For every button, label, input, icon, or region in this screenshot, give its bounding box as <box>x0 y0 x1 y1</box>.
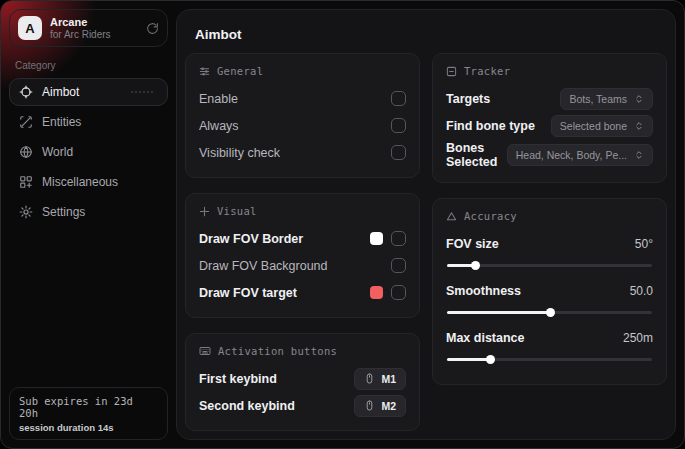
sidebar-item-label: World <box>42 145 73 159</box>
box-minus-icon <box>446 66 457 77</box>
refresh-icon[interactable] <box>146 22 159 35</box>
slider-thumb[interactable] <box>546 308 555 317</box>
slider-thumb[interactable] <box>486 355 495 364</box>
entities-scan-icon <box>19 115 33 129</box>
draw-fov-background-checkbox[interactable] <box>391 258 406 273</box>
sidebar: A Arcane for Arc Riders Category Aimbot <box>1 1 176 448</box>
setting-label: Smoothness <box>446 284 521 298</box>
draw-fov-target-checkbox[interactable] <box>391 285 406 300</box>
keybind-value: M1 <box>381 373 396 385</box>
color-swatch-red[interactable] <box>370 286 383 299</box>
dropdown-value: Selected bone <box>560 120 627 132</box>
card-title: Visual <box>217 205 257 217</box>
sidebar-item-world[interactable]: World <box>9 138 168 166</box>
second-keybind-button[interactable]: M2 <box>354 395 406 417</box>
bones-selected-dropdown[interactable]: Head, Neck, Body, Pe... <box>507 144 653 166</box>
setting-label: Always <box>199 119 239 133</box>
sidebar-item-aimbot[interactable]: Aimbot <box>9 78 168 106</box>
sparkle-icon <box>199 206 210 217</box>
setting-label: Targets <box>446 92 490 106</box>
setting-row-fov-size: FOV size 50° <box>446 232 653 270</box>
chevrons-up-down-icon <box>634 150 644 160</box>
card-title: General <box>217 65 263 77</box>
first-keybind-button[interactable]: M1 <box>354 368 406 390</box>
keybind-value: M2 <box>381 400 396 412</box>
dropdown-value: Head, Neck, Body, Pe... <box>516 149 627 161</box>
subscription-box: Sub expires in 23d 20h session duration … <box>9 387 168 440</box>
setting-label: Second keybind <box>199 399 295 413</box>
sidebar-item-label: Entities <box>42 115 81 129</box>
setting-row-find-bone-type: Find bone type Selected bone <box>446 114 653 137</box>
visibility-check-checkbox[interactable] <box>391 145 406 160</box>
grid-icon <box>19 175 33 189</box>
targets-dropdown[interactable]: Bots, Teams <box>560 88 653 110</box>
mouse-icon <box>364 400 375 411</box>
setting-row-first-keybind: First keybind M1 <box>199 367 406 390</box>
sub-expiry-text: Sub expires in 23d 20h <box>19 395 158 419</box>
sliders-icon <box>199 66 210 77</box>
card-accuracy: Accuracy FOV size 50° <box>432 198 667 385</box>
chevrons-up-down-icon <box>634 121 644 131</box>
app-title: Arcane <box>50 16 138 29</box>
slider-value: 50.0 <box>630 284 653 298</box>
app-subtitle: for Arc Riders <box>50 29 138 41</box>
enable-checkbox[interactable] <box>391 91 406 106</box>
setting-row-always: Always <box>199 114 406 137</box>
smoothness-slider[interactable] <box>447 307 652 317</box>
sidebar-item-label: Settings <box>42 205 85 219</box>
setting-label: Visibility check <box>199 146 280 160</box>
setting-label: First keybind <box>199 372 277 386</box>
setting-row-second-keybind: Second keybind M2 <box>199 394 406 417</box>
brand-card: A Arcane for Arc Riders <box>9 9 168 47</box>
main-panel: Aimbot General Enable Alw <box>176 9 676 440</box>
slider-value: 250m <box>623 331 653 345</box>
app-window: A Arcane for Arc Riders Category Aimbot <box>0 0 685 449</box>
find-bone-type-dropdown[interactable]: Selected bone <box>551 115 653 137</box>
gear-icon <box>19 205 33 219</box>
triangle-icon <box>446 211 457 222</box>
setting-label: Find bone type <box>446 119 535 133</box>
slider-value: 50° <box>635 237 653 251</box>
session-duration-text: session duration 14s <box>19 422 158 433</box>
card-tracker: Tracker Targets Bots, Teams Find bone ty… <box>432 53 667 183</box>
fov-size-slider[interactable] <box>447 260 652 270</box>
setting-row-smoothness: Smoothness 50.0 <box>446 279 653 317</box>
right-column: Tracker Targets Bots, Teams Find bone ty… <box>432 53 667 385</box>
card-general: General Enable Always Visibility check <box>185 53 420 178</box>
color-swatch-white[interactable] <box>370 232 383 245</box>
setting-label: Draw FOV Border <box>199 232 303 246</box>
keyboard-icon <box>199 345 211 357</box>
slider-thumb[interactable] <box>471 261 480 270</box>
setting-label: Draw FOV target <box>199 286 297 300</box>
sidebar-item-entities[interactable]: Entities <box>9 108 168 136</box>
sidebar-nav: Aimbot Entities World Miscellaneous <box>9 78 168 226</box>
category-label: Category <box>15 60 162 71</box>
app-logo: A <box>18 16 42 40</box>
card-title: Accuracy <box>464 210 517 222</box>
mouse-icon <box>364 373 375 384</box>
sidebar-item-label: Aimbot <box>42 85 79 99</box>
card-title: Tracker <box>464 65 510 77</box>
max-distance-slider[interactable] <box>447 354 652 364</box>
setting-row-draw-fov-target: Draw FOV target <box>199 281 406 304</box>
card-activation-buttons: Activation buttons First keybind M1 Seco… <box>185 333 420 431</box>
card-visual: Visual Draw FOV Border Draw FOV Backgrou… <box>185 193 420 318</box>
dropdown-value: Bots, Teams <box>569 93 627 105</box>
setting-row-visibility-check: Visibility check <box>199 141 406 164</box>
page-title: Aimbot <box>177 10 675 53</box>
globe-icon <box>19 145 33 159</box>
left-column: General Enable Always Visibility check <box>185 53 420 431</box>
setting-row-max-distance: Max distance 250m <box>446 326 653 364</box>
setting-row-targets: Targets Bots, Teams <box>446 87 653 110</box>
setting-row-enable: Enable <box>199 87 406 110</box>
setting-label: FOV size <box>446 237 499 251</box>
draw-fov-border-checkbox[interactable] <box>391 231 406 246</box>
sidebar-item-settings[interactable]: Settings <box>9 198 168 226</box>
always-checkbox[interactable] <box>391 118 406 133</box>
chevrons-up-down-icon <box>634 94 644 104</box>
setting-row-draw-fov-background: Draw FOV Background <box>199 254 406 277</box>
setting-label: Bones Selected <box>446 141 507 169</box>
sidebar-item-miscellaneous[interactable]: Miscellaneous <box>9 168 168 196</box>
card-title: Activation buttons <box>218 345 337 357</box>
setting-label: Enable <box>199 92 238 106</box>
